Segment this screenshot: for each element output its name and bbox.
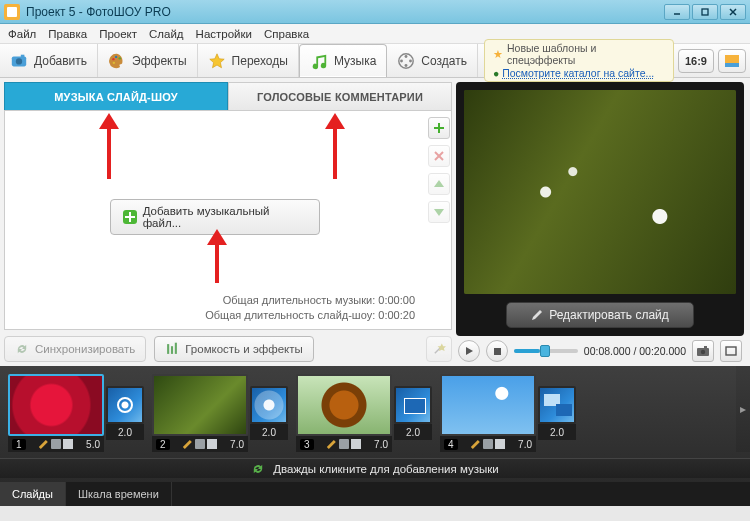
reel-icon bbox=[397, 52, 415, 70]
aspect-ratio-button[interactable]: 16:9 bbox=[678, 49, 714, 73]
slide-duration: 5.0 bbox=[86, 439, 100, 450]
edit-slide-label: Редактировать слайд bbox=[549, 308, 669, 322]
svg-point-10 bbox=[113, 61, 115, 63]
move-down-button[interactable] bbox=[428, 201, 450, 223]
slide-info-bar: 3 7.0 bbox=[296, 436, 392, 452]
transition-thumbnail[interactable] bbox=[250, 386, 288, 424]
magic-wand-button[interactable] bbox=[426, 336, 452, 362]
toolbar-music[interactable]: Музыка bbox=[299, 44, 387, 77]
total-slideshow-duration: Общая длительность слайд-шоу: 0:00:20 bbox=[205, 308, 415, 323]
svg-marker-39 bbox=[434, 209, 444, 216]
pencil-icon bbox=[39, 439, 49, 449]
plus-icon bbox=[123, 210, 137, 224]
preview-image[interactable] bbox=[464, 90, 736, 294]
slide-info-bar: 2 7.0 bbox=[152, 436, 248, 452]
menu-file[interactable]: Файл bbox=[8, 28, 36, 40]
toolbar-create[interactable]: Создать bbox=[387, 44, 478, 77]
svg-marker-11 bbox=[209, 53, 223, 67]
text-icon bbox=[63, 439, 73, 449]
toolbar-effects-label: Эффекты bbox=[132, 54, 187, 68]
svg-rect-50 bbox=[726, 347, 736, 355]
add-music-file-button[interactable]: Добавить музыкальный файл... bbox=[110, 199, 320, 235]
remove-track-button[interactable] bbox=[428, 145, 450, 167]
slide-thumbnail[interactable] bbox=[440, 374, 536, 436]
svg-rect-40 bbox=[167, 344, 169, 354]
slide-thumbnail[interactable] bbox=[8, 374, 104, 436]
slide-card: 4 7.0 2.0 bbox=[440, 374, 576, 452]
preview-frame: Редактировать слайд bbox=[456, 82, 744, 336]
bottom-tab-timeline[interactable]: Шкала времени bbox=[66, 482, 172, 506]
add-music-hint-label: Дважды кликните для добавления музыки bbox=[273, 463, 498, 475]
slide-info-bar: 4 7.0 bbox=[440, 436, 536, 452]
edit-slide-button[interactable]: Редактировать слайд bbox=[506, 302, 694, 328]
menu-slide[interactable]: Слайд bbox=[149, 28, 184, 40]
slides-row: 1 5.0 2.0 2 7.0 bbox=[8, 374, 742, 452]
transition-thumbnail[interactable] bbox=[394, 386, 432, 424]
svg-point-15 bbox=[405, 64, 408, 67]
music-pane: МУЗЫКА СЛАЙД-ШОУ ГОЛОСОВЫЕ КОММЕНТАРИИ Д… bbox=[0, 78, 456, 366]
close-button[interactable] bbox=[720, 4, 746, 20]
svg-point-48 bbox=[701, 350, 705, 354]
display-mode-button[interactable] bbox=[718, 49, 746, 73]
slide-thumbnail[interactable] bbox=[296, 374, 392, 436]
synchronize-label: Синхронизировать bbox=[35, 343, 135, 355]
equalizer-icon bbox=[165, 342, 179, 356]
seek-slider[interactable] bbox=[514, 349, 578, 353]
menu-edit[interactable]: Правка bbox=[48, 28, 87, 40]
slide-card: 3 7.0 2.0 bbox=[296, 374, 432, 452]
add-track-button[interactable] bbox=[428, 117, 450, 139]
toolbar-transitions-label: Переходы bbox=[232, 54, 288, 68]
scroll-right-button[interactable]: ▸ bbox=[736, 366, 750, 452]
slide-index: 2 bbox=[156, 439, 170, 450]
svg-point-5 bbox=[16, 58, 22, 64]
svg-rect-41 bbox=[171, 346, 173, 354]
playback-time: 00:08.000 / 00:20.000 bbox=[584, 345, 686, 357]
slide-index: 3 bbox=[300, 439, 314, 450]
pencil-icon bbox=[471, 439, 481, 449]
wave-icon bbox=[51, 439, 61, 449]
play-button[interactable] bbox=[458, 340, 480, 362]
svg-point-7 bbox=[112, 58, 114, 60]
slide-thumbnail[interactable] bbox=[152, 374, 248, 436]
pencil-icon bbox=[531, 309, 543, 321]
slide-index: 4 bbox=[444, 439, 458, 450]
bottom-tab-slides[interactable]: Слайды bbox=[0, 482, 66, 506]
tab-slideshow-music[interactable]: МУЗЫКА СЛАЙД-ШОУ bbox=[4, 82, 228, 110]
toolbar-add[interactable]: Добавить bbox=[0, 44, 98, 77]
star-small-icon: ★ bbox=[493, 48, 503, 60]
menu-project[interactable]: Проект bbox=[99, 28, 137, 40]
fullscreen-button[interactable] bbox=[720, 340, 742, 362]
menu-help[interactable]: Справка bbox=[264, 28, 309, 40]
toolbar-effects[interactable]: Эффекты bbox=[98, 44, 198, 77]
volume-effects-button[interactable]: Громкость и эффекты bbox=[154, 336, 314, 362]
app-icon bbox=[4, 4, 20, 20]
slide-duration: 7.0 bbox=[518, 439, 532, 450]
add-music-hint[interactable]: Дважды кликните для добавления музыки bbox=[0, 458, 750, 478]
pencil-icon bbox=[327, 439, 337, 449]
stop-button[interactable] bbox=[486, 340, 508, 362]
slide-index: 1 bbox=[12, 439, 26, 450]
toolbar-transitions[interactable]: Переходы bbox=[198, 44, 299, 77]
bottom-tabs: Слайды Шкала времени bbox=[0, 482, 750, 506]
move-up-button[interactable] bbox=[428, 173, 450, 195]
refresh-icon bbox=[251, 462, 265, 476]
palette-icon bbox=[108, 52, 126, 70]
text-icon bbox=[351, 439, 361, 449]
svg-rect-42 bbox=[175, 343, 177, 354]
transition-thumbnail[interactable] bbox=[538, 386, 576, 424]
window-title: Проект 5 - ФотоШОУ PRO bbox=[26, 5, 664, 19]
arrow-annotation bbox=[321, 113, 349, 181]
snapshot-button[interactable] bbox=[692, 340, 714, 362]
svg-marker-38 bbox=[434, 180, 444, 187]
svg-point-13 bbox=[405, 55, 408, 58]
tab-voice-comments[interactable]: ГОЛОСОВЫЕ КОММЕНТАРИИ bbox=[228, 82, 452, 110]
preview-pane: Редактировать слайд 00:08.000 / 00:20.00… bbox=[456, 78, 750, 366]
minimize-button[interactable] bbox=[664, 4, 690, 20]
menu-settings[interactable]: Настройки bbox=[196, 28, 252, 40]
maximize-button[interactable] bbox=[692, 4, 718, 20]
transition-thumbnail[interactable] bbox=[106, 386, 144, 424]
synchronize-button[interactable]: Синхронизировать bbox=[4, 336, 146, 362]
music-file-list[interactable]: Добавить музыкальный файл... Общая длите… bbox=[5, 111, 425, 329]
wave-icon bbox=[339, 439, 349, 449]
arrow-annotation bbox=[203, 229, 231, 285]
